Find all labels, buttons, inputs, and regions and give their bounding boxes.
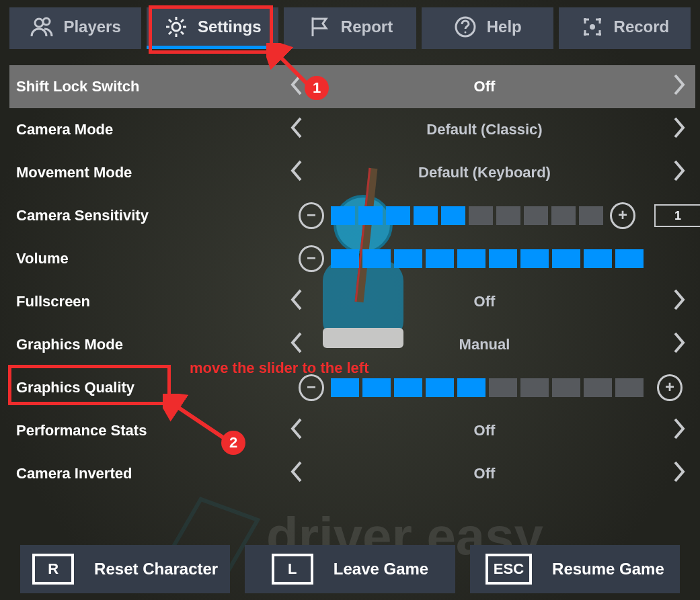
chevron-right-icon [671,417,687,441]
graphics-quality-label: Graphics Quality [9,379,292,396]
reset-character-button[interactable]: R Reset Character [20,545,230,593]
row-volume: Volume − [9,237,695,280]
gear-icon [164,15,188,39]
row-camera-sensitivity: Camera Sensitivity − + 1 [9,194,695,237]
chevron-right-icon [671,73,687,97]
help-icon [453,15,477,39]
annotation-step-1: 1 [305,76,329,100]
svg-point-1 [43,18,50,25]
leave-game-button[interactable]: L Leave Game [245,545,455,593]
key-r-icon: R [32,554,74,585]
camera-mode-value: Default (Classic) [311,121,658,138]
volume-minus[interactable]: − [299,245,324,272]
quality-minus[interactable]: − [299,374,324,401]
resume-game-button[interactable]: ESC Resume Game [470,545,680,593]
shift-lock-value: Off [311,78,658,95]
tab-record-label: Record [614,17,670,36]
performance-stats-prev[interactable] [282,417,311,445]
camera-mode-label: Camera Mode [9,121,282,138]
svg-point-0 [35,19,43,27]
fullscreen-label: Fullscreen [9,293,282,310]
chevron-right-icon [671,331,687,355]
row-camera-mode: Camera Mode Default (Classic) [9,108,695,151]
leave-game-label: Leave Game [334,560,428,578]
chevron-left-icon [288,331,305,355]
shift-lock-label: Shift Lock Switch [9,78,282,95]
tab-players-label: Players [63,17,120,36]
chevron-left-icon [288,116,305,140]
performance-stats-next[interactable] [658,417,695,445]
graphics-mode-prev[interactable] [282,331,311,359]
svg-point-2 [172,23,180,31]
chevron-right-icon [671,116,687,140]
minus-icon: − [307,379,316,395]
quality-plus[interactable]: + [657,374,683,401]
movement-mode-prev[interactable] [282,159,311,187]
tab-record[interactable]: Record [559,7,691,49]
tab-settings-label: Settings [198,17,262,36]
shift-lock-next[interactable] [658,73,695,101]
sensitivity-minus[interactable]: − [299,202,324,229]
row-shift-lock: Shift Lock Switch Off [9,65,695,108]
svg-point-4 [464,31,466,33]
resume-game-label: Resume Game [552,560,664,578]
row-fullscreen: Fullscreen Off [9,280,695,323]
graphics-mode-label: Graphics Mode [9,336,282,353]
plus-icon: + [665,379,674,395]
fullscreen-prev[interactable] [282,288,311,316]
volume-slider[interactable] [331,249,644,268]
fullscreen-next[interactable] [658,288,695,316]
row-camera-inverted: Camera Inverted Off [9,452,695,495]
sensitivity-plus[interactable]: + [610,202,635,229]
key-l-icon: L [272,554,313,585]
reset-character-label: Reset Character [94,560,218,578]
settings-panel: Shift Lock Switch Off Camera Mode Defaul… [9,65,695,495]
chevron-right-icon [671,159,687,183]
tab-help[interactable]: Help [422,7,553,49]
chevron-left-icon [288,159,305,183]
fullscreen-value: Off [311,293,658,310]
movement-mode-label: Movement Mode [9,164,282,181]
row-performance-stats: Performance Stats Off [9,409,695,452]
camera-inverted-next[interactable] [658,460,695,488]
chevron-left-icon [288,460,305,484]
chevron-left-icon [288,417,305,441]
tab-report-label: Report [341,17,393,36]
camera-sensitivity-label: Camera Sensitivity [9,207,292,224]
camera-inverted-value: Off [311,465,658,482]
chevron-right-icon [671,288,687,312]
key-esc-icon: ESC [485,554,532,585]
annotation-step-2: 2 [221,431,245,455]
movement-mode-next[interactable] [658,159,695,187]
annotation-hint-text: move the slider to the left [190,359,369,377]
bottom-bar: R Reset Character L Leave Game ESC Resum… [0,545,700,593]
plus-icon: + [618,207,627,223]
sensitivity-slider[interactable] [331,206,603,225]
chevron-right-icon [671,460,687,484]
performance-stats-value: Off [311,422,658,439]
sensitivity-value[interactable]: 1 [654,204,700,227]
volume-label: Volume [9,250,292,267]
graphics-mode-value: Manual [311,336,658,353]
camera-mode-next[interactable] [658,116,695,144]
flag-icon [307,15,332,39]
row-movement-mode: Movement Mode Default (Keyboard) [9,151,695,194]
tab-players[interactable]: Players [9,7,141,49]
tab-settings[interactable]: Settings [147,7,278,49]
quality-slider[interactable] [331,378,644,397]
camera-inverted-label: Camera Inverted [9,465,282,482]
minus-icon: − [307,207,316,223]
camera-mode-prev[interactable] [282,116,311,144]
movement-mode-value: Default (Keyboard) [311,164,658,181]
chevron-left-icon [288,288,305,312]
svg-line-7 [173,404,230,442]
svg-point-5 [590,24,595,30]
minus-icon: − [307,250,316,266]
record-icon [580,15,605,39]
graphics-mode-next[interactable] [658,331,695,359]
tab-help-label: Help [487,17,522,36]
camera-inverted-prev[interactable] [282,460,311,488]
players-icon [30,15,54,39]
tab-bar: Players Settings Report Help Record [9,7,691,49]
